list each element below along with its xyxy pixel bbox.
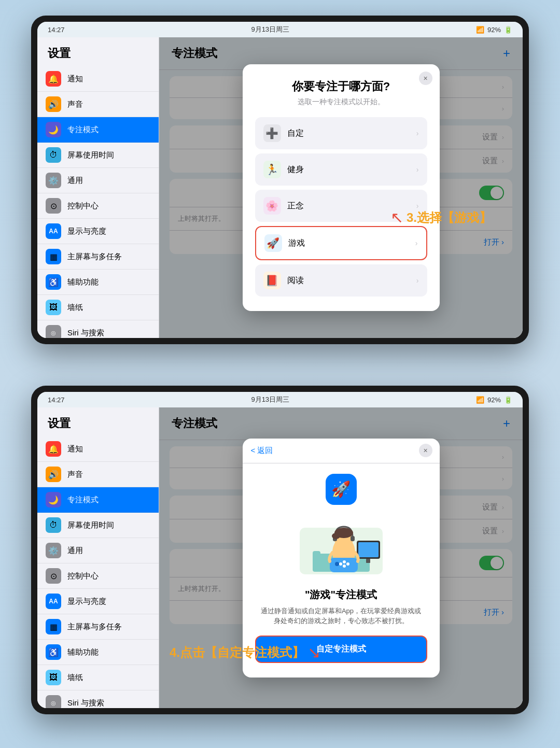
sidebar-item-notification-1[interactable]: 🔔 通知 [37,66,159,92]
sidebar-item-display-2[interactable]: AA 显示与亮度 [37,589,159,614]
sidebar-item-control-2[interactable]: ⊙ 控制中心 [37,563,159,589]
notification-label-1: 通知 [67,74,83,84]
svg-rect-7 [351,536,355,541]
homescreen-label-1: 主屏幕与多任务 [67,252,122,262]
sidebar-item-siri-2[interactable]: ◎ Siri 与搜索 [37,690,159,708]
svg-rect-15 [358,542,379,557]
modal2-nav: < 返回 × [243,439,440,463]
battery-text-2: 92% [487,396,501,404]
sidebar-2: 设置 🔔 通知 🔊 声音 🌙 专注模式 ⏱ 屏幕使用时间 [37,407,159,708]
settings-layout-2: 设置 🔔 通知 🔊 声音 🌙 专注模式 ⏱ 屏幕使用时间 [37,407,523,708]
sidebar-item-homescreen-1[interactable]: ▦ 主屏幕与多任务 [37,244,159,270]
ipad-frame-1: 14:27 9月13日周三 📶 92% 🔋 设置 🔔 通知 🔊 声音 [31,16,529,344]
modal-option-mindfulness[interactable]: 🌸 正念 › [255,190,427,222]
control-icon-2: ⊙ [46,568,61,584]
accessibility-icon-2: ♿ [46,644,61,660]
siri-icon-2: ◎ [46,695,61,708]
svg-point-11 [346,562,349,566]
screentime-label-2: 屏幕使用时间 [67,520,114,530]
sidebar-item-accessibility-2[interactable]: ♿ 辅助功能 [37,640,159,665]
modal-option-reading[interactable]: 📕 阅读 › [255,264,427,297]
sidebar-item-focus-2[interactable]: 🌙 专注模式 [37,487,159,513]
display-icon-2: AA [46,594,61,609]
gaming-modal-2: < 返回 × 🚀 [243,439,440,678]
sidebar-item-accessibility-1[interactable]: ♿ 辅助功能 [37,270,159,295]
svg-rect-2 [313,551,320,572]
modal2-back-button[interactable]: < 返回 [251,446,273,456]
ipad-screen-1: 14:27 9月13日周三 📶 92% 🔋 设置 🔔 通知 🔊 声音 [37,22,523,338]
status-date-2: 9月13日周三 [251,395,289,404]
reading-label: 阅读 [287,275,416,286]
status-time-2: 14:27 [48,396,65,404]
modal-close-1[interactable]: × [419,72,432,85]
general-icon-2: ⚙️ [46,543,61,558]
notification-icon-1: 🔔 [46,71,61,87]
screentime-label-1: 屏幕使用时间 [67,150,114,160]
sound-label-2: 声音 [67,470,83,479]
display-label-2: 显示与亮度 [67,597,106,606]
status-right-2: 📶 92% 🔋 [476,396,512,404]
main-content-1: 专注模式 + › › [159,37,523,338]
sidebar-item-screentime-2[interactable]: ⏱ 屏幕使用时间 [37,513,159,538]
sidebar-item-wallpaper-2[interactable]: 🖼 墙纸 [37,665,159,690]
control-icon-1: ⊙ [46,198,61,214]
main-content-2: 专注模式 + › › [159,407,523,708]
sidebar-item-sound-1[interactable]: 🔊 声音 [37,92,159,117]
ipad-frame-2: 14:27 9月13日周三 📶 92% 🔋 设置 🔔 通知 🔊 声音 [31,386,529,714]
modal-option-fitness[interactable]: 🏃 健身 › [255,153,427,186]
focus-icon-1: 🌙 [46,122,61,137]
siri-label-1: Siri 与搜索 [67,328,104,338]
modal2-heading: "游戏"专注模式 [305,588,377,602]
reading-icon: 📕 [263,272,281,289]
wallpaper-icon-1: 🖼 [46,300,61,315]
sidebar-item-general-2[interactable]: ⚙️ 通用 [37,538,159,563]
wallpaper-icon-2: 🖼 [46,670,61,685]
sound-icon-2: 🔊 [46,467,61,482]
sidebar-item-display-1[interactable]: AA 显示与亮度 [37,219,159,244]
sidebar-item-screentime-1[interactable]: ⏱ 屏幕使用时间 [37,143,159,168]
accessibility-label-2: 辅助功能 [67,647,99,657]
modal2-action-button[interactable]: 自定专注模式 [255,636,427,663]
sidebar-item-siri-1[interactable]: ◎ Siri 与搜索 [37,320,159,338]
focus-label-1: 专注模式 [67,125,99,135]
general-label-2: 通用 [67,546,83,556]
focus-label-2: 专注模式 [67,495,99,505]
fitness-label: 健身 [287,164,416,175]
status-date-1: 9月13日周三 [251,25,289,34]
siri-icon-1: ◎ [46,325,61,338]
general-label-1: 通用 [67,176,83,186]
modal-overlay-2: < 返回 × 🚀 [159,407,523,708]
status-bar-2: 14:27 9月13日周三 📶 92% 🔋 [37,392,523,407]
fitness-chevron: › [416,165,419,174]
sidebar-item-control-1[interactable]: ⊙ 控制中心 [37,193,159,219]
focus-icon-2: 🌙 [46,492,61,507]
svg-point-18 [332,533,340,539]
status-right-1: 📶 92% 🔋 [476,26,512,34]
sidebar-item-general-1[interactable]: ⚙️ 通用 [37,168,159,193]
sidebar-item-focus-1[interactable]: 🌙 专注模式 [37,117,159,143]
custom-label: 自定 [287,128,416,139]
modal-subtitle-1: 选取一种专注模式以开始。 [255,97,427,107]
sidebar-item-sound-2[interactable]: 🔊 声音 [37,462,159,487]
gaming-label: 游戏 [288,238,415,249]
modal-option-custom[interactable]: ➕ 自定 › [255,117,427,149]
modal2-close-button[interactable]: × [419,444,432,457]
modal-option-gaming[interactable]: 🚀 游戏 › [255,226,427,260]
accessibility-label-1: 辅助功能 [67,277,99,287]
fitness-icon: 🏃 [263,161,281,178]
gaming-chevron: › [415,239,418,247]
notification-icon-2: 🔔 [46,441,61,457]
wallpaper-label-2: 墙纸 [67,673,83,683]
wallpaper-label-1: 墙纸 [67,303,83,313]
siri-label-2: Siri 与搜索 [67,698,104,708]
modal-overlay-1: × 你要专注于哪方面? 选取一种专注模式以开始。 ➕ 自定 › 🏃 健身 [159,37,523,338]
sidebar-item-notification-2[interactable]: 🔔 通知 [37,436,159,462]
sidebar-item-homescreen-2[interactable]: ▦ 主屏幕与多任务 [37,614,159,640]
modal-title-1: 你要专注于哪方面? [255,79,427,94]
svg-point-13 [339,562,342,566]
custom-icon: ➕ [263,124,281,142]
sidebar-item-wallpaper-1[interactable]: 🖼 墙纸 [37,295,159,320]
mindfulness-icon: 🌸 [263,197,281,215]
control-label-1: 控制中心 [67,201,99,211]
sound-label-1: 声音 [67,100,83,109]
